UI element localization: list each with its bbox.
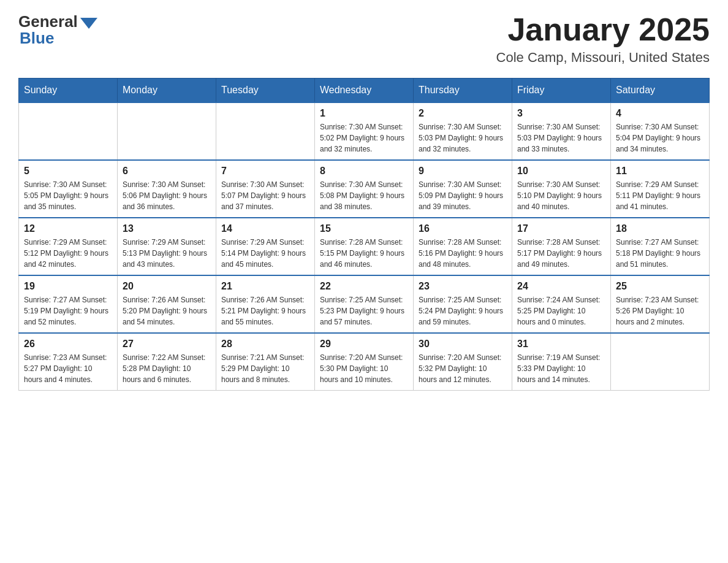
day-number: 19 [24, 281, 112, 292]
day-number: 28 [221, 339, 309, 350]
calendar-day-cell: 3Sunrise: 7:30 AM Sunset: 5:03 PM Daylig… [512, 102, 611, 160]
calendar-day-cell: 2Sunrise: 7:30 AM Sunset: 5:03 PM Daylig… [414, 102, 512, 160]
day-number: 14 [221, 223, 309, 234]
calendar-day-cell: 14Sunrise: 7:29 AM Sunset: 5:14 PM Dayli… [216, 218, 315, 275]
day-info: Sunrise: 7:27 AM Sunset: 5:19 PM Dayligh… [24, 294, 112, 327]
calendar-week-row: 1Sunrise: 7:30 AM Sunset: 5:02 PM Daylig… [19, 102, 710, 160]
day-info: Sunrise: 7:28 AM Sunset: 5:16 PM Dayligh… [419, 237, 507, 270]
day-number: 30 [419, 339, 507, 350]
calendar-body: 1Sunrise: 7:30 AM Sunset: 5:02 PM Daylig… [19, 102, 710, 391]
day-info: Sunrise: 7:23 AM Sunset: 5:26 PM Dayligh… [616, 294, 704, 327]
day-info: Sunrise: 7:30 AM Sunset: 5:10 PM Dayligh… [517, 179, 605, 212]
day-number: 13 [123, 223, 211, 234]
day-of-week-header: Monday [118, 79, 216, 103]
calendar-day-cell: 25Sunrise: 7:23 AM Sunset: 5:26 PM Dayli… [611, 275, 710, 333]
calendar-day-cell: 23Sunrise: 7:25 AM Sunset: 5:24 PM Dayli… [414, 275, 512, 333]
calendar-day-cell: 21Sunrise: 7:26 AM Sunset: 5:21 PM Dayli… [216, 275, 315, 333]
day-info: Sunrise: 7:25 AM Sunset: 5:23 PM Dayligh… [320, 294, 408, 327]
day-number: 10 [517, 166, 605, 177]
day-number: 2 [419, 108, 507, 119]
calendar-day-cell: 8Sunrise: 7:30 AM Sunset: 5:08 PM Daylig… [315, 160, 414, 218]
calendar-day-cell [611, 333, 710, 391]
calendar-week-row: 19Sunrise: 7:27 AM Sunset: 5:19 PM Dayli… [19, 275, 710, 333]
calendar-day-cell: 13Sunrise: 7:29 AM Sunset: 5:13 PM Dayli… [118, 218, 216, 275]
day-info: Sunrise: 7:21 AM Sunset: 5:29 PM Dayligh… [221, 352, 309, 385]
calendar-day-cell [118, 102, 216, 160]
day-number: 16 [419, 223, 507, 234]
day-info: Sunrise: 7:30 AM Sunset: 5:07 PM Dayligh… [221, 179, 309, 212]
day-number: 27 [123, 339, 211, 350]
day-info: Sunrise: 7:30 AM Sunset: 5:03 PM Dayligh… [419, 121, 507, 155]
calendar-day-cell: 20Sunrise: 7:26 AM Sunset: 5:20 PM Dayli… [118, 275, 216, 333]
day-of-week-header: Tuesday [216, 79, 315, 103]
day-of-week-header: Wednesday [315, 79, 414, 103]
day-info: Sunrise: 7:30 AM Sunset: 5:05 PM Dayligh… [24, 179, 112, 212]
day-number: 11 [616, 166, 704, 177]
day-info: Sunrise: 7:30 AM Sunset: 5:09 PM Dayligh… [419, 179, 507, 212]
logo: General Blue [18, 12, 97, 48]
month-title: January 2025 [496, 12, 710, 47]
day-number: 8 [320, 166, 408, 177]
day-info: Sunrise: 7:29 AM Sunset: 5:14 PM Dayligh… [221, 237, 309, 270]
calendar-day-cell: 18Sunrise: 7:27 AM Sunset: 5:18 PM Dayli… [611, 218, 710, 275]
day-info: Sunrise: 7:26 AM Sunset: 5:21 PM Dayligh… [221, 294, 309, 327]
day-number: 6 [123, 166, 211, 177]
title-block: January 2025 Cole Camp, Missouri, United… [496, 12, 710, 66]
day-info: Sunrise: 7:19 AM Sunset: 5:33 PM Dayligh… [517, 352, 605, 385]
calendar-day-cell: 1Sunrise: 7:30 AM Sunset: 5:02 PM Daylig… [315, 102, 414, 160]
calendar-week-row: 5Sunrise: 7:30 AM Sunset: 5:05 PM Daylig… [19, 160, 710, 218]
calendar-day-cell: 31Sunrise: 7:19 AM Sunset: 5:33 PM Dayli… [512, 333, 611, 391]
calendar-day-cell: 7Sunrise: 7:30 AM Sunset: 5:07 PM Daylig… [216, 160, 315, 218]
calendar-day-cell: 24Sunrise: 7:24 AM Sunset: 5:25 PM Dayli… [512, 275, 611, 333]
day-info: Sunrise: 7:23 AM Sunset: 5:27 PM Dayligh… [24, 352, 112, 385]
day-of-week-header: Friday [512, 79, 611, 103]
calendar-day-cell: 29Sunrise: 7:20 AM Sunset: 5:30 PM Dayli… [315, 333, 414, 391]
calendar-header-row: SundayMondayTuesdayWednesdayThursdayFrid… [19, 79, 710, 103]
calendar-day-cell [19, 102, 118, 160]
day-number: 1 [320, 108, 408, 119]
calendar-day-cell: 28Sunrise: 7:21 AM Sunset: 5:29 PM Dayli… [216, 333, 315, 391]
calendar-day-cell: 30Sunrise: 7:20 AM Sunset: 5:32 PM Dayli… [414, 333, 512, 391]
calendar-day-cell: 12Sunrise: 7:29 AM Sunset: 5:12 PM Dayli… [19, 218, 118, 275]
day-info: Sunrise: 7:24 AM Sunset: 5:25 PM Dayligh… [517, 294, 605, 327]
page-header: General Blue January 2025 Cole Camp, Mis… [18, 12, 710, 66]
calendar-day-cell: 5Sunrise: 7:30 AM Sunset: 5:05 PM Daylig… [19, 160, 118, 218]
day-number: 23 [419, 281, 507, 292]
location-title: Cole Camp, Missouri, United States [496, 50, 710, 66]
calendar-day-cell: 17Sunrise: 7:28 AM Sunset: 5:17 PM Dayli… [512, 218, 611, 275]
day-info: Sunrise: 7:25 AM Sunset: 5:24 PM Dayligh… [419, 294, 507, 327]
day-info: Sunrise: 7:30 AM Sunset: 5:06 PM Dayligh… [123, 179, 211, 212]
day-number: 12 [24, 223, 112, 234]
logo-blue-text: Blue [18, 29, 54, 48]
calendar-header: SundayMondayTuesdayWednesdayThursdayFrid… [19, 79, 710, 103]
day-of-week-header: Sunday [19, 79, 118, 103]
day-number: 4 [616, 108, 704, 119]
day-number: 31 [517, 339, 605, 350]
calendar-week-row: 26Sunrise: 7:23 AM Sunset: 5:27 PM Dayli… [19, 333, 710, 391]
calendar-day-cell: 16Sunrise: 7:28 AM Sunset: 5:16 PM Dayli… [414, 218, 512, 275]
calendar-week-row: 12Sunrise: 7:29 AM Sunset: 5:12 PM Dayli… [19, 218, 710, 275]
day-number: 15 [320, 223, 408, 234]
day-number: 25 [616, 281, 704, 292]
calendar-day-cell: 9Sunrise: 7:30 AM Sunset: 5:09 PM Daylig… [414, 160, 512, 218]
day-number: 22 [320, 281, 408, 292]
day-info: Sunrise: 7:27 AM Sunset: 5:18 PM Dayligh… [616, 237, 704, 270]
day-info: Sunrise: 7:29 AM Sunset: 5:12 PM Dayligh… [24, 237, 112, 270]
calendar-day-cell: 19Sunrise: 7:27 AM Sunset: 5:19 PM Dayli… [19, 275, 118, 333]
day-number: 20 [123, 281, 211, 292]
day-number: 17 [517, 223, 605, 234]
logo-arrow-icon [80, 18, 97, 29]
day-number: 21 [221, 281, 309, 292]
calendar-table: SundayMondayTuesdayWednesdayThursdayFrid… [18, 78, 710, 391]
day-info: Sunrise: 7:20 AM Sunset: 5:32 PM Dayligh… [419, 352, 507, 385]
day-number: 5 [24, 166, 112, 177]
day-number: 7 [221, 166, 309, 177]
day-of-week-header: Thursday [414, 79, 512, 103]
day-info: Sunrise: 7:22 AM Sunset: 5:28 PM Dayligh… [123, 352, 211, 385]
day-info: Sunrise: 7:30 AM Sunset: 5:03 PM Dayligh… [517, 121, 605, 155]
day-info: Sunrise: 7:28 AM Sunset: 5:17 PM Dayligh… [517, 237, 605, 270]
day-info: Sunrise: 7:29 AM Sunset: 5:11 PM Dayligh… [616, 179, 704, 212]
calendar-day-cell: 27Sunrise: 7:22 AM Sunset: 5:28 PM Dayli… [118, 333, 216, 391]
day-number: 26 [24, 339, 112, 350]
calendar-day-cell: 26Sunrise: 7:23 AM Sunset: 5:27 PM Dayli… [19, 333, 118, 391]
